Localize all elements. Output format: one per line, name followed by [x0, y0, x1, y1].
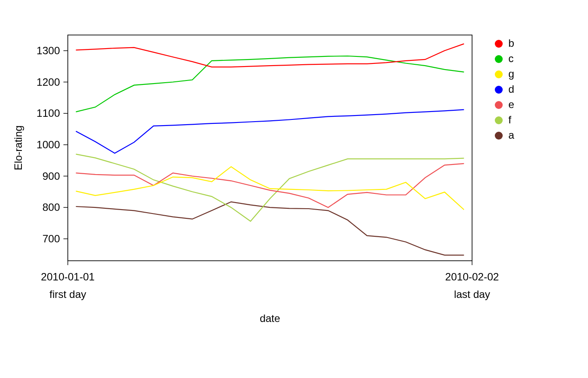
y-tick-label: 1200 — [37, 76, 60, 88]
legend-label-f: f — [508, 114, 511, 126]
chart-svg: 70080090010001100120013002010-01-01first… — [0, 0, 588, 378]
x-tick-sublabel: last day — [454, 288, 490, 300]
y-tick-label: 1100 — [37, 107, 60, 119]
plot-box — [68, 35, 472, 261]
y-tick-label: 800 — [42, 201, 60, 213]
legend-dot-f — [495, 116, 503, 124]
series-a — [76, 202, 464, 255]
x-tick-sublabel: first day — [49, 288, 86, 300]
y-tick-label: 1300 — [37, 45, 60, 56]
legend-label-b: b — [508, 37, 514, 49]
y-tick-label: 900 — [42, 170, 60, 182]
legend-dot-e — [495, 101, 503, 109]
legend-dot-c — [495, 55, 503, 63]
y-tick-label: 700 — [42, 233, 60, 245]
y-axis-label: Elo-rating — [12, 126, 24, 171]
y-tick-label: 1000 — [37, 139, 60, 150]
x-axis-label: date — [260, 312, 280, 324]
legend-label-c: c — [508, 52, 514, 64]
chart-container: { "chart_data": { "type": "line", "title… — [0, 0, 588, 378]
series-g — [76, 167, 464, 210]
series-f — [76, 154, 464, 221]
legend-label-g: g — [508, 68, 514, 80]
series-e — [76, 164, 464, 207]
x-tick-label: 2010-02-02 — [445, 271, 499, 283]
legend-dot-g — [495, 70, 503, 78]
legend-dot-a — [495, 132, 503, 140]
legend-label-a: a — [508, 129, 514, 141]
legend-label-e: e — [508, 98, 514, 110]
legend-dot-d — [495, 86, 503, 94]
series-d — [76, 110, 464, 154]
legend-label-d: d — [508, 83, 514, 95]
series-c — [76, 56, 464, 112]
x-tick-label: 2010-01-01 — [41, 271, 95, 283]
legend-dot-b — [495, 40, 503, 48]
